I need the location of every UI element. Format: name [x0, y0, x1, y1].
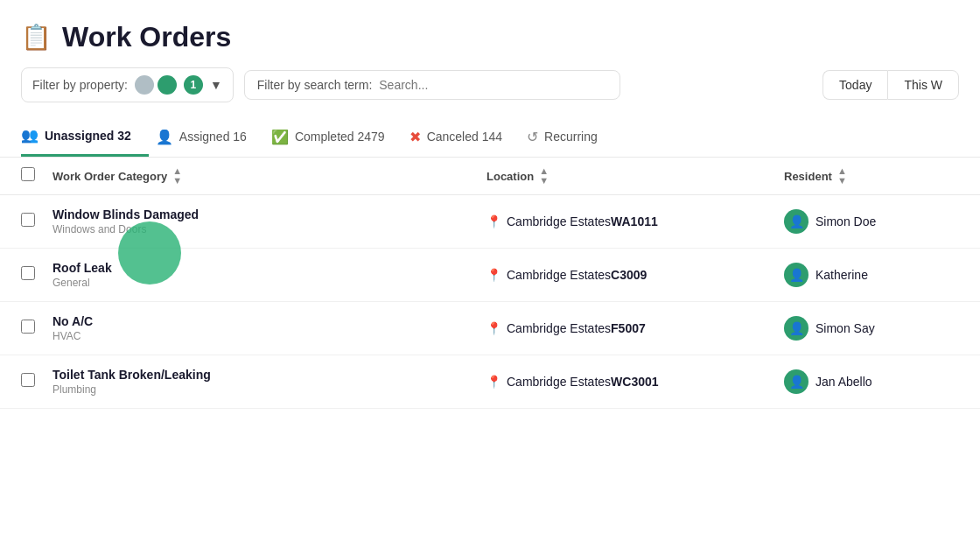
location-pin-icon: 📍 — [486, 375, 501, 389]
row-3-resident-name: Simon Say — [816, 321, 875, 335]
row-3-location-text: Cambridge EstatesF5007 — [507, 321, 646, 335]
status-tabs: 👥 Unassigned 32 👤 Assigned 16 ✅ Complete… — [0, 116, 980, 158]
resident-sort-icon: ▲▼ — [837, 166, 847, 186]
row-1-category-main: Window Blinds Damaged — [52, 207, 486, 221]
row-3-category-sub: HVAC — [52, 330, 486, 342]
unassigned-icon: 👥 — [21, 127, 38, 144]
row-4-category: Toilet Tank Broken/Leaking Plumbing — [52, 368, 486, 396]
filter-property-dropdown[interactable]: Filter by property: 1 ▼ — [21, 67, 234, 102]
row-1-check[interactable] — [21, 213, 52, 230]
category-sort-icon: ▲▼ — [172, 166, 182, 186]
header-resident[interactable]: Resident ▲▼ — [784, 166, 959, 186]
row-2-location-text: Cambridge EstatesC3009 — [507, 268, 647, 282]
canceled-icon: ✖ — [410, 129, 421, 145]
tab-canceled-label: Canceled 144 — [427, 130, 502, 144]
page-icon: 📋 — [21, 23, 52, 52]
page-header: 📋 Work Orders — [0, 0, 980, 67]
filter-badge: 1 — [184, 75, 203, 95]
tab-assigned-label: Assigned 16 — [179, 130, 247, 144]
recurring-icon: ↺ — [527, 129, 538, 145]
table-row[interactable]: Window Blinds Damaged Windows and Doors … — [0, 195, 980, 249]
tab-canceled[interactable]: ✖ Canceled 144 — [410, 118, 520, 156]
location-sort-icon: ▲▼ — [539, 166, 549, 186]
avatar: 👤 — [784, 209, 808, 234]
row-4-resident-name: Jan Abello — [816, 375, 872, 389]
row-4-location-text: Cambridge EstatesWC3001 — [507, 375, 659, 389]
page-title: Work Orders — [62, 21, 231, 53]
row-2-category: Roof Leak General — [52, 261, 486, 289]
table-row[interactable]: Roof Leak General 📍 Cambridge EstatesC30… — [0, 249, 980, 302]
filter-property-label: Filter by property: — [32, 78, 128, 92]
search-label: Filter by search term: — [257, 78, 372, 92]
row-2-resident-name: Katherine — [816, 268, 868, 282]
search-bar[interactable]: Filter by search term: — [244, 70, 620, 100]
avatar: 👤 — [784, 316, 808, 341]
row-1-category-sub: Windows and Doors — [52, 223, 486, 235]
today-button[interactable]: Today — [822, 70, 887, 100]
table-row[interactable]: Toilet Tank Broken/Leaking Plumbing 📍 Ca… — [0, 355, 980, 409]
tab-recurring[interactable]: ↺ Recurring — [527, 118, 615, 156]
assigned-icon: 👤 — [156, 129, 173, 145]
row-2-category-main: Roof Leak — [52, 261, 486, 275]
tab-recurring-label: Recurring — [544, 130, 598, 144]
header-location[interactable]: Location ▲▼ — [486, 166, 784, 186]
row-4-resident: 👤 Jan Abello — [784, 369, 959, 394]
header-checkbox-col — [21, 167, 52, 185]
property-icon-1 — [135, 75, 154, 95]
tab-completed-label: Completed 2479 — [295, 130, 385, 144]
completed-icon: ✅ — [271, 129, 289, 145]
tab-unassigned[interactable]: 👥 Unassigned 32 — [21, 116, 149, 157]
row-3-category-main: No A/C — [52, 314, 486, 328]
row-1-resident-name: Simon Doe — [816, 214, 876, 228]
row-4-check[interactable] — [21, 373, 52, 390]
row-1-location: 📍 Cambridge EstatesWA1011 — [486, 214, 784, 228]
table-header-row: Work Order Category ▲▼ Location ▲▼ Resid… — [0, 158, 980, 195]
row-2-category-sub: General — [52, 277, 486, 289]
header-category[interactable]: Work Order Category ▲▼ — [52, 166, 486, 186]
location-pin-icon: 📍 — [486, 214, 501, 228]
row-3-category: No A/C HVAC — [52, 314, 486, 342]
avatar: 👤 — [784, 369, 808, 394]
tab-unassigned-label: Unassigned 32 — [45, 129, 131, 143]
row-3-check[interactable] — [21, 320, 52, 337]
row-4-category-main: Toilet Tank Broken/Leaking — [52, 368, 486, 382]
row-3-location: 📍 Cambridge EstatesF5007 — [486, 321, 784, 335]
row-1-location-text: Cambridge EstatesWA1011 — [507, 214, 658, 228]
property-icon-2 — [158, 75, 177, 95]
row-3-resident: 👤 Simon Say — [784, 316, 959, 341]
avatar: 👤 — [784, 263, 808, 287]
row-1-category: Window Blinds Damaged Windows and Doors — [52, 207, 486, 235]
work-orders-table: Work Order Category ▲▼ Location ▲▼ Resid… — [0, 158, 980, 409]
row-2-check[interactable] — [21, 266, 52, 284]
filter-bar: Filter by property: 1 ▼ Filter by search… — [0, 67, 980, 116]
page: 📋 Work Orders Filter by property: 1 ▼ Fi… — [0, 0, 980, 548]
row-2-location: 📍 Cambridge EstatesC3009 — [486, 268, 784, 282]
location-pin-icon: 📍 — [486, 321, 501, 335]
tab-assigned[interactable]: 👤 Assigned 16 — [156, 118, 264, 156]
table-row[interactable]: No A/C HVAC 📍 Cambridge EstatesF5007 👤 S… — [0, 302, 980, 355]
location-header-label: Location — [486, 170, 534, 183]
select-all-checkbox[interactable] — [21, 167, 35, 181]
row-2-resident: 👤 Katherine — [784, 263, 959, 287]
tab-completed[interactable]: ✅ Completed 2479 — [271, 118, 402, 156]
this-week-button[interactable]: This W — [887, 70, 959, 100]
row-4-category-sub: Plumbing — [52, 383, 486, 396]
filter-property-icons — [135, 75, 177, 95]
row-1-resident: 👤 Simon Doe — [784, 209, 959, 234]
time-buttons: Today This W — [822, 70, 959, 100]
search-input[interactable] — [379, 78, 607, 92]
row-4-location: 📍 Cambridge EstatesWC3001 — [486, 375, 784, 389]
location-pin-icon: 📍 — [486, 268, 501, 282]
category-header-label: Work Order Category — [52, 170, 167, 183]
resident-header-label: Resident — [784, 170, 832, 183]
chevron-down-icon: ▼ — [210, 78, 222, 92]
